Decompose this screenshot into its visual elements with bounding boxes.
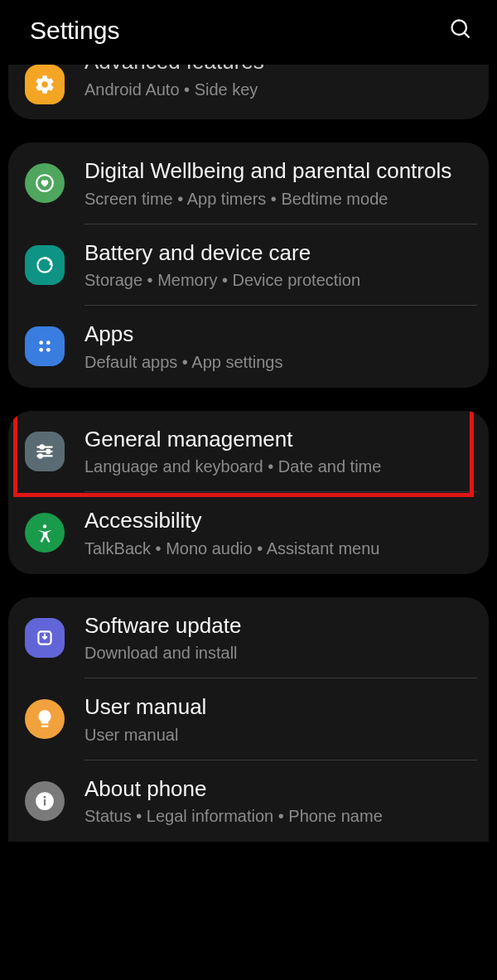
settings-group: Software update Download and install Use…	[8, 597, 489, 842]
item-title: Accessibility	[84, 507, 379, 534]
item-subtitle: Download and install	[84, 642, 241, 664]
svg-point-7	[46, 348, 51, 352]
item-title: About phone	[84, 775, 383, 803]
item-subtitle: Android Auto • Side key	[84, 79, 264, 100]
text-col: User manual User manual	[84, 693, 206, 746]
settings-item-accessibility[interactable]: Accessibility TalkBack • Mono audio • As…	[8, 492, 489, 574]
settings-group: Advanced features Android Auto • Side ke…	[8, 65, 489, 119]
device-care-icon	[25, 245, 65, 285]
text-col: Accessibility TalkBack • Mono audio • As…	[84, 507, 379, 559]
header: Settings	[0, 0, 497, 65]
item-subtitle: Storage • Memory • Device protection	[84, 269, 360, 291]
accessibility-icon	[25, 513, 65, 553]
text-col: Advanced features Android Auto • Side ke…	[84, 65, 264, 100]
advanced-features-icon	[25, 65, 65, 104]
item-title: Digital Wellbeing and parental controls	[84, 157, 451, 185]
item-subtitle: TalkBack • Mono audio • Assistant menu	[84, 538, 379, 559]
item-title: Software update	[84, 612, 241, 640]
settings-item-battery-device-care[interactable]: Battery and device care Storage • Memory…	[8, 224, 489, 307]
item-subtitle: Screen time • App timers • Bedtime mode	[84, 188, 451, 210]
item-title: Battery and device care	[84, 239, 360, 267]
svg-point-0	[452, 21, 467, 36]
svg-rect-17	[44, 799, 46, 806]
svg-point-5	[46, 341, 51, 345]
settings-item-user-manual[interactable]: User manual User manual	[8, 678, 489, 760]
item-title: Advanced features	[84, 65, 264, 75]
page-title: Settings	[30, 17, 119, 45]
apps-icon	[25, 326, 65, 366]
settings-item-digital-wellbeing[interactable]: Digital Wellbeing and parental controls …	[8, 142, 489, 224]
svg-point-11	[46, 450, 50, 453]
svg-point-4	[39, 341, 43, 345]
svg-point-13	[38, 454, 41, 457]
search-button[interactable]	[449, 17, 472, 44]
text-col: General management Language and keyboard…	[84, 426, 381, 478]
search-icon	[449, 17, 472, 41]
svg-point-6	[39, 348, 43, 352]
text-col: Digital Wellbeing and parental controls …	[84, 157, 451, 210]
item-subtitle: Language and keyboard • Date and time	[84, 456, 381, 477]
settings-item-apps[interactable]: Apps Default apps • App settings	[8, 306, 489, 388]
user-manual-icon	[25, 699, 65, 739]
settings-item-software-update[interactable]: Software update Download and install	[8, 597, 489, 679]
text-col: Battery and device care Storage • Memory…	[84, 239, 360, 292]
item-subtitle: Status • Legal information • Phone name	[84, 805, 383, 827]
svg-point-18	[44, 795, 46, 798]
svg-line-1	[465, 33, 470, 38]
text-col: Software update Download and install	[84, 612, 241, 664]
software-update-icon	[25, 618, 65, 658]
settings-item-about-phone[interactable]: About phone Status • Legal information •…	[8, 760, 489, 842]
item-subtitle: Default apps • App settings	[84, 351, 282, 373]
about-phone-icon	[25, 781, 65, 821]
svg-point-14	[43, 525, 46, 529]
settings-group: General management Language and keyboard…	[8, 411, 489, 574]
item-subtitle: User manual	[84, 724, 206, 746]
wellbeing-icon	[25, 163, 65, 203]
svg-point-9	[41, 445, 44, 448]
settings-item-general-management[interactable]: General management Language and keyboard…	[8, 411, 489, 493]
text-col: About phone Status • Legal information •…	[84, 775, 383, 828]
general-management-icon	[25, 432, 65, 471]
item-title: Apps	[84, 321, 282, 348]
settings-item-advanced-features[interactable]: Advanced features Android Auto • Side ke…	[8, 65, 489, 119]
settings-group: Digital Wellbeing and parental controls …	[8, 142, 489, 388]
item-title: General management	[84, 426, 381, 453]
text-col: Apps Default apps • App settings	[84, 321, 282, 373]
item-title: User manual	[84, 693, 206, 721]
